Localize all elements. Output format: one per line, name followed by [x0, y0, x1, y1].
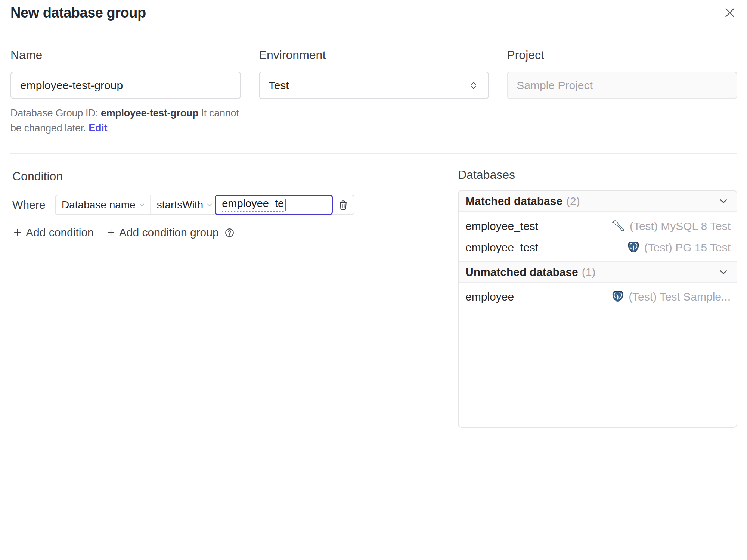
- db-name: employee_test: [465, 220, 538, 233]
- condition-operator-select[interactable]: startsWith: [151, 195, 215, 214]
- environment-label: Environment: [259, 49, 489, 61]
- condition-actions: Add condition Add condition group: [12, 226, 363, 239]
- new-database-group-dialog: New database group Name employee-test-gr…: [0, 0, 747, 560]
- chevron-down-icon: [206, 201, 213, 209]
- name-value: employee-test-group: [20, 79, 123, 92]
- condition-heading: Condition: [12, 170, 363, 183]
- group-title: Matched database: [465, 195, 562, 208]
- name-input[interactable]: employee-test-group: [10, 72, 241, 99]
- close-button[interactable]: [723, 6, 737, 19]
- postgres-icon: [627, 241, 640, 254]
- mysql-icon: [611, 219, 626, 233]
- project-field-group: Project Sample Project: [507, 49, 737, 136]
- condition-section: Condition Where Database name startsWith…: [12, 170, 363, 239]
- project-label: Project: [507, 49, 737, 61]
- dialog-title: New database group: [10, 5, 146, 21]
- add-condition-button[interactable]: Add condition: [12, 226, 94, 239]
- help-icon[interactable]: [224, 227, 235, 238]
- group-rows: employee_test (Test) MySQL 8 Test employ…: [459, 212, 737, 261]
- name-field-group: Name employee-test-group Database Group …: [10, 49, 241, 136]
- environment-field-group: Environment Test: [259, 49, 489, 136]
- condition-expression: Database name startsWith employee_te: [55, 195, 354, 215]
- group-id-value: employee-test-group: [101, 108, 198, 119]
- instance-info: (Test) PG 15 Test: [627, 241, 731, 254]
- group-rows: employee (Test) Test Sample...: [459, 283, 737, 311]
- group-count: (1): [582, 266, 596, 279]
- environment-select[interactable]: Test: [259, 72, 489, 99]
- database-group-header[interactable]: Unmatched database (1): [459, 261, 737, 283]
- db-name: employee: [465, 290, 514, 303]
- condition-value-input[interactable]: employee_te: [215, 195, 333, 215]
- updown-chevron-icon: [468, 80, 479, 91]
- instance-info: (Test) MySQL 8 Test: [611, 219, 731, 233]
- section-divider: [10, 153, 737, 154]
- edit-link[interactable]: Edit: [89, 122, 107, 134]
- database-row: employee (Test) Test Sample...: [459, 286, 737, 307]
- instance-label: (Test) MySQL 8 Test: [630, 220, 731, 233]
- group-id-note: Database Group ID: employee-test-group I…: [10, 106, 241, 136]
- text-caret: [285, 199, 286, 211]
- postgres-icon: [611, 290, 624, 304]
- chevron-down-icon: [717, 266, 730, 279]
- dialog-header: New database group: [0, 0, 747, 31]
- condition-field-select[interactable]: Database name: [56, 195, 151, 214]
- where-label: Where: [12, 199, 55, 211]
- chevron-down-icon: [138, 201, 146, 209]
- close-icon: [723, 6, 737, 19]
- databases-heading: Databases: [458, 169, 737, 181]
- db-name: employee_test: [465, 241, 538, 254]
- plus-icon: [106, 227, 116, 238]
- group-title: Unmatched database: [465, 266, 578, 279]
- chevron-down-icon: [717, 195, 730, 208]
- databases-section: Databases Matched database (2) employee_…: [458, 169, 737, 428]
- database-row: employee_test (Test) PG 15 Test: [459, 237, 737, 258]
- add-condition-group-button[interactable]: Add condition group: [106, 226, 219, 239]
- trash-icon: [337, 199, 349, 211]
- plus-icon: [12, 227, 23, 238]
- database-group: Unmatched database (1) employee (Test) T…: [459, 261, 737, 311]
- database-group: Matched database (2) employee_test (Test…: [459, 191, 737, 261]
- database-groups: Matched database (2) employee_test (Test…: [458, 190, 737, 428]
- database-row: employee_test (Test) MySQL 8 Test: [459, 215, 737, 237]
- instance-label: (Test) Test Sample...: [629, 290, 731, 303]
- condition-value-text: employee_te: [222, 197, 284, 212]
- environment-value: Test: [269, 79, 289, 92]
- name-label: Name: [10, 49, 241, 61]
- instance-label: (Test) PG 15 Test: [644, 241, 731, 254]
- group-count: (2): [566, 195, 580, 208]
- delete-condition-button[interactable]: [333, 195, 354, 214]
- condition-row: Where Database name startsWith employee_…: [12, 195, 363, 215]
- database-group-header[interactable]: Matched database (2): [459, 191, 737, 212]
- instance-info: (Test) Test Sample...: [611, 290, 731, 304]
- project-input: Sample Project: [507, 72, 737, 99]
- project-value: Sample Project: [517, 79, 592, 92]
- form-row: Name employee-test-group Database Group …: [10, 49, 737, 136]
